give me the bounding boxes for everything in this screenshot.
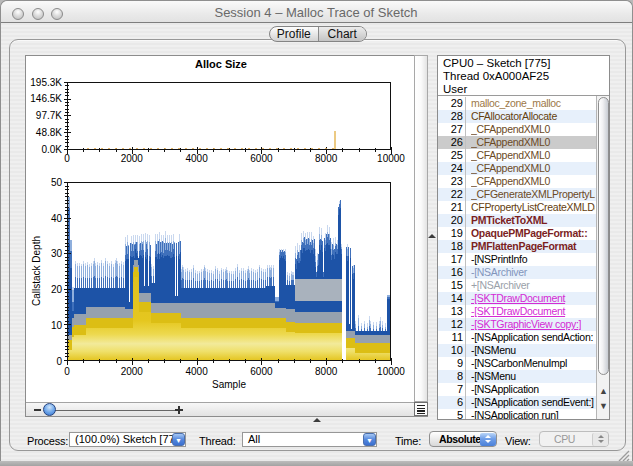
svg-text:0.0K: 0.0K	[41, 144, 62, 155]
svg-text:4000: 4000	[185, 366, 208, 377]
svg-text:0: 0	[56, 356, 62, 367]
svg-text:0: 0	[64, 366, 70, 377]
svg-text:97.7K: 97.7K	[36, 110, 62, 121]
svg-text:Callstack Depth: Callstack Depth	[31, 236, 42, 306]
svg-text:6000: 6000	[250, 153, 273, 164]
svg-text:Sample: Sample	[212, 379, 246, 390]
svg-text:50: 50	[51, 177, 63, 188]
svg-text:146.5K: 146.5K	[30, 93, 62, 104]
svg-text:20: 20	[51, 284, 63, 295]
svg-text:2000: 2000	[121, 366, 144, 377]
svg-text:10000: 10000	[377, 153, 405, 164]
svg-text:195.3K: 195.3K	[30, 77, 62, 88]
svg-text:8000: 8000	[315, 366, 338, 377]
svg-text:2000: 2000	[121, 153, 144, 164]
svg-text:40: 40	[51, 213, 63, 224]
svg-text:10000: 10000	[377, 366, 405, 377]
svg-text:10: 10	[51, 320, 63, 331]
svg-text:30: 30	[51, 248, 63, 259]
svg-text:6000: 6000	[250, 366, 273, 377]
svg-text:0: 0	[64, 153, 70, 164]
svg-text:8000: 8000	[315, 153, 338, 164]
svg-text:Alloc Size: Alloc Size	[195, 58, 247, 70]
svg-text:48.8K: 48.8K	[36, 127, 62, 138]
svg-text:4000: 4000	[185, 153, 208, 164]
